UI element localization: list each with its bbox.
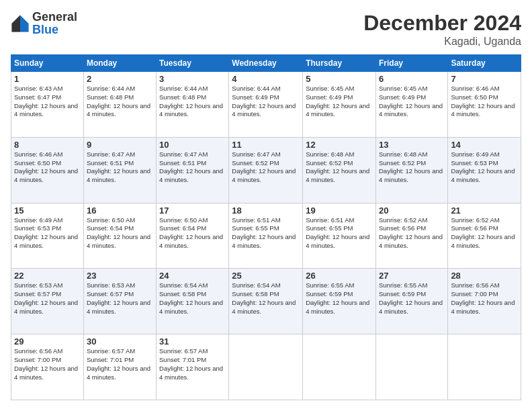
logo: General Blue [11, 11, 77, 36]
day-number: 21 [451, 205, 518, 216]
day-info: Sunrise: 6:44 AMSunset: 6:48 PMDaylight:… [159, 85, 226, 119]
day-info: Sunrise: 6:48 AMSunset: 6:52 PMDaylight:… [379, 150, 445, 185]
day-info: Sunrise: 6:55 AMSunset: 6:59 PMDaylight:… [379, 281, 445, 316]
day-info: Sunrise: 6:53 AMSunset: 6:57 PMDaylight:… [14, 281, 81, 316]
header-sunday: Sunday [11, 55, 84, 72]
calendar-cell: 19 Sunrise: 6:51 AMSunset: 6:55 PMDaylig… [303, 203, 376, 269]
page: General Blue December 2024 Kagadi, Ugand… [0, 0, 532, 411]
calendar-cell [229, 334, 303, 400]
calendar-cell: 4 Sunrise: 6:44 AMSunset: 6:49 PMDayligh… [229, 72, 303, 138]
logo-icon [11, 14, 30, 33]
day-number: 12 [306, 140, 373, 150]
calendar-cell: 14 Sunrise: 6:49 AMSunset: 6:53 PMDaylig… [448, 137, 521, 203]
day-info: Sunrise: 6:50 AMSunset: 6:54 PMDaylight:… [87, 216, 153, 250]
svg-marker-0 [20, 15, 29, 24]
svg-marker-1 [11, 15, 20, 24]
day-number: 17 [159, 205, 226, 216]
calendar-cell: 15 Sunrise: 6:49 AMSunset: 6:53 PMDaylig… [11, 203, 84, 269]
day-number: 14 [451, 140, 518, 150]
day-info: Sunrise: 6:48 AMSunset: 6:52 PMDaylight:… [306, 150, 373, 185]
calendar-cell: 5 Sunrise: 6:45 AMSunset: 6:49 PMDayligh… [303, 72, 376, 138]
day-number: 29 [14, 336, 81, 347]
month-title: December 2024 [363, 11, 521, 36]
day-info: Sunrise: 6:45 AMSunset: 6:49 PMDaylight:… [306, 85, 373, 119]
calendar-cell: 30 Sunrise: 6:57 AMSunset: 7:01 PMDaylig… [83, 334, 156, 400]
header-monday: Monday [83, 55, 156, 72]
day-number: 9 [87, 140, 153, 150]
day-number: 8 [14, 140, 81, 150]
day-number: 19 [306, 205, 373, 216]
day-number: 6 [379, 74, 445, 84]
calendar-cell: 3 Sunrise: 6:44 AMSunset: 6:48 PMDayligh… [157, 72, 229, 138]
day-info: Sunrise: 6:49 AMSunset: 6:53 PMDaylight:… [14, 216, 81, 250]
calendar-header-row: Sunday Monday Tuesday Wednesday Thursday… [11, 55, 521, 72]
day-number: 30 [87, 336, 153, 347]
day-info: Sunrise: 6:46 AMSunset: 6:50 PMDaylight:… [451, 85, 518, 119]
day-number: 18 [232, 205, 300, 216]
calendar-cell: 2 Sunrise: 6:44 AMSunset: 6:48 PMDayligh… [83, 72, 156, 138]
calendar-cell [303, 334, 376, 400]
calendar-cell: 28 Sunrise: 6:56 AMSunset: 7:00 PMDaylig… [448, 269, 521, 334]
calendar-row: 22 Sunrise: 6:53 AMSunset: 6:57 PMDaylig… [11, 269, 521, 334]
day-number: 26 [306, 271, 373, 281]
calendar-cell: 13 Sunrise: 6:48 AMSunset: 6:52 PMDaylig… [375, 137, 447, 203]
header-tuesday: Tuesday [157, 55, 229, 72]
day-number: 5 [306, 74, 373, 84]
day-info: Sunrise: 6:44 AMSunset: 6:49 PMDaylight:… [232, 85, 300, 119]
day-number: 31 [159, 336, 226, 347]
calendar-row: 1 Sunrise: 6:43 AMSunset: 6:47 PMDayligh… [11, 72, 521, 138]
calendar-cell [448, 334, 521, 400]
day-number: 22 [14, 271, 81, 281]
day-info: Sunrise: 6:51 AMSunset: 6:55 PMDaylight:… [232, 216, 300, 250]
calendar-cell: 11 Sunrise: 6:47 AMSunset: 6:52 PMDaylig… [229, 137, 303, 203]
calendar-cell: 22 Sunrise: 6:53 AMSunset: 6:57 PMDaylig… [11, 269, 84, 334]
header: General Blue December 2024 Kagadi, Ugand… [11, 11, 521, 48]
calendar-row: 29 Sunrise: 6:56 AMSunset: 7:00 PMDaylig… [11, 334, 521, 400]
calendar-row: 15 Sunrise: 6:49 AMSunset: 6:53 PMDaylig… [11, 203, 521, 269]
calendar-cell: 8 Sunrise: 6:46 AMSunset: 6:50 PMDayligh… [11, 137, 84, 203]
calendar-cell: 12 Sunrise: 6:48 AMSunset: 6:52 PMDaylig… [303, 137, 376, 203]
svg-rect-2 [11, 24, 20, 32]
calendar-cell: 23 Sunrise: 6:53 AMSunset: 6:57 PMDaylig… [83, 269, 156, 334]
day-number: 7 [451, 74, 518, 84]
title-section: December 2024 Kagadi, Uganda [363, 11, 521, 48]
day-number: 10 [159, 140, 226, 150]
header-friday: Friday [375, 55, 447, 72]
day-number: 1 [14, 74, 81, 84]
day-info: Sunrise: 6:54 AMSunset: 6:58 PMDaylight:… [232, 281, 300, 316]
day-info: Sunrise: 6:56 AMSunset: 7:00 PMDaylight:… [451, 281, 518, 316]
logo-text: General Blue [32, 11, 77, 36]
day-info: Sunrise: 6:49 AMSunset: 6:53 PMDaylight:… [451, 150, 518, 185]
calendar-cell: 18 Sunrise: 6:51 AMSunset: 6:55 PMDaylig… [229, 203, 303, 269]
day-info: Sunrise: 6:47 AMSunset: 6:51 PMDaylight:… [159, 150, 226, 185]
day-number: 24 [159, 271, 226, 281]
header-wednesday: Wednesday [229, 55, 303, 72]
day-info: Sunrise: 6:50 AMSunset: 6:54 PMDaylight:… [159, 216, 226, 250]
day-info: Sunrise: 6:56 AMSunset: 7:00 PMDaylight:… [14, 347, 81, 381]
day-info: Sunrise: 6:46 AMSunset: 6:50 PMDaylight:… [14, 150, 81, 185]
day-info: Sunrise: 6:43 AMSunset: 6:47 PMDaylight:… [14, 85, 81, 119]
calendar-table: Sunday Monday Tuesday Wednesday Thursday… [11, 54, 521, 400]
calendar-cell: 7 Sunrise: 6:46 AMSunset: 6:50 PMDayligh… [448, 72, 521, 138]
calendar-cell [375, 334, 447, 400]
calendar-row: 8 Sunrise: 6:46 AMSunset: 6:50 PMDayligh… [11, 137, 521, 203]
day-info: Sunrise: 6:52 AMSunset: 6:56 PMDaylight:… [379, 216, 445, 250]
day-number: 27 [379, 271, 445, 281]
header-saturday: Saturday [448, 55, 521, 72]
day-info: Sunrise: 6:57 AMSunset: 7:01 PMDaylight:… [87, 347, 153, 381]
day-number: 23 [87, 271, 153, 281]
day-info: Sunrise: 6:52 AMSunset: 6:56 PMDaylight:… [451, 216, 518, 250]
calendar-cell: 10 Sunrise: 6:47 AMSunset: 6:51 PMDaylig… [157, 137, 229, 203]
calendar-cell: 16 Sunrise: 6:50 AMSunset: 6:54 PMDaylig… [83, 203, 156, 269]
day-info: Sunrise: 6:51 AMSunset: 6:55 PMDaylight:… [306, 216, 373, 250]
day-number: 16 [87, 205, 153, 216]
calendar-cell: 17 Sunrise: 6:50 AMSunset: 6:54 PMDaylig… [157, 203, 229, 269]
calendar-cell: 21 Sunrise: 6:52 AMSunset: 6:56 PMDaylig… [448, 203, 521, 269]
day-info: Sunrise: 6:57 AMSunset: 7:01 PMDaylight:… [159, 347, 226, 381]
day-info: Sunrise: 6:47 AMSunset: 6:52 PMDaylight:… [232, 150, 300, 185]
day-number: 2 [87, 74, 153, 84]
day-info: Sunrise: 6:53 AMSunset: 6:57 PMDaylight:… [87, 281, 153, 316]
day-info: Sunrise: 6:55 AMSunset: 6:59 PMDaylight:… [306, 281, 373, 316]
calendar-cell: 31 Sunrise: 6:57 AMSunset: 7:01 PMDaylig… [157, 334, 229, 400]
day-info: Sunrise: 6:45 AMSunset: 6:49 PMDaylight:… [379, 85, 445, 119]
